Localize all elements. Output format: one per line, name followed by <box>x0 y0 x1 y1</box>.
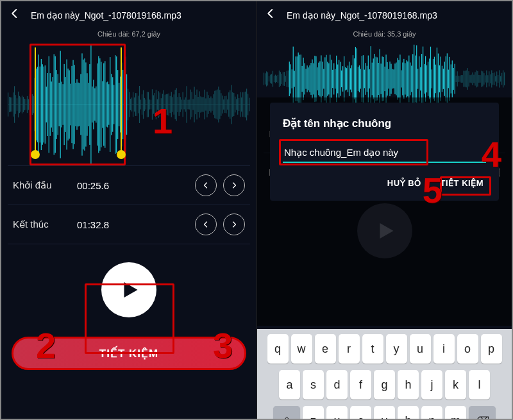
svg-rect-209 <box>287 71 287 87</box>
svg-rect-52 <box>72 60 73 149</box>
key-a[interactable]: a <box>279 370 300 399</box>
svg-rect-9 <box>18 92 19 117</box>
svg-rect-229 <box>312 60 312 99</box>
dialog-save-button[interactable]: TIẾT KIỆM <box>438 174 486 192</box>
svg-rect-103 <box>138 96 139 113</box>
end-handle-line[interactable] <box>121 47 122 151</box>
key-i[interactable]: i <box>433 334 455 364</box>
svg-rect-251 <box>340 62 341 96</box>
svg-rect-109 <box>146 99 146 109</box>
key-o[interactable]: o <box>457 334 478 364</box>
waveform-area[interactable]: 1 <box>1 44 256 165</box>
svg-rect-308 <box>412 54 413 103</box>
svg-rect-307 <box>411 65 412 92</box>
svg-rect-367 <box>487 75 488 82</box>
key-shift[interactable]: ⇧ <box>273 406 300 419</box>
svg-rect-83 <box>112 77 113 131</box>
start-handle-dot[interactable] <box>31 150 40 159</box>
svg-rect-178 <box>233 93 234 116</box>
svg-rect-91 <box>122 70 123 139</box>
key-g[interactable]: g <box>374 370 395 399</box>
svg-rect-73 <box>99 58 100 151</box>
key-b[interactable]: b <box>398 406 419 419</box>
key-n[interactable]: n <box>421 406 442 419</box>
svg-rect-324 <box>433 59 433 99</box>
svg-rect-260 <box>351 65 352 92</box>
svg-rect-239 <box>324 57 325 100</box>
start-handle-line[interactable] <box>35 47 36 151</box>
key-y[interactable]: y <box>386 334 407 364</box>
key-p[interactable]: p <box>481 334 502 364</box>
back-icon[interactable] <box>9 8 21 22</box>
key-d[interactable]: d <box>326 370 348 399</box>
svg-rect-290 <box>389 62 390 96</box>
svg-rect-48 <box>68 69 69 140</box>
svg-rect-87 <box>117 70 118 139</box>
key-c[interactable]: c <box>350 406 371 419</box>
svg-rect-345 <box>460 76 460 81</box>
key-m[interactable]: m <box>445 406 466 419</box>
svg-rect-112 <box>149 99 150 109</box>
svg-rect-133 <box>176 88 177 121</box>
svg-rect-335 <box>447 53 448 104</box>
svg-rect-38 <box>55 56 56 153</box>
svg-rect-238 <box>323 69 324 89</box>
key-h[interactable]: h <box>398 370 419 399</box>
key-l[interactable]: l <box>469 370 490 399</box>
svg-rect-347 <box>462 75 463 83</box>
svg-rect-365 <box>485 75 485 82</box>
svg-rect-100 <box>134 97 135 112</box>
svg-rect-267 <box>360 69 361 89</box>
key-j[interactable]: j <box>421 370 442 399</box>
end-handle-dot[interactable] <box>117 150 126 159</box>
svg-rect-127 <box>169 94 169 116</box>
key-z[interactable]: z <box>303 406 324 419</box>
key-v[interactable]: v <box>374 406 395 419</box>
svg-rect-81 <box>110 57 110 152</box>
svg-rect-355 <box>472 72 473 85</box>
start-prev-button[interactable] <box>195 174 217 196</box>
svg-rect-227 <box>309 65 310 92</box>
svg-rect-65 <box>89 64 90 145</box>
svg-rect-379 <box>503 71 503 88</box>
svg-rect-259 <box>350 68 351 89</box>
key-q[interactable]: q <box>267 334 289 364</box>
svg-rect-43 <box>62 81 62 127</box>
svg-rect-164 <box>215 90 216 119</box>
dialog-cancel-button[interactable]: HUỶ BỎ <box>385 174 424 192</box>
key-w[interactable]: w <box>291 334 312 364</box>
end-next-button[interactable] <box>223 214 245 235</box>
svg-rect-34 <box>50 73 51 136</box>
svg-rect-288 <box>387 62 387 96</box>
key-f[interactable]: f <box>350 370 371 399</box>
key-x[interactable]: x <box>326 406 348 419</box>
svg-rect-341 <box>455 64 455 94</box>
svg-rect-144 <box>190 90 190 120</box>
svg-rect-210 <box>288 71 289 87</box>
right-screen: Em dạo này_Ngot_-1078019168.mp3 Chiều dà… <box>256 1 512 419</box>
svg-rect-30 <box>45 65 46 144</box>
svg-rect-299 <box>401 71 401 88</box>
svg-rect-295 <box>396 62 396 95</box>
file-title: Em dạo này_Ngot_-1078019168.mp3 <box>287 10 437 21</box>
end-prev-button[interactable] <box>195 214 217 235</box>
key-backspace[interactable]: ⌫ <box>469 406 496 419</box>
svg-rect-354 <box>471 74 471 83</box>
svg-rect-24 <box>37 67 38 142</box>
start-label: Khởi đầu <box>13 180 77 191</box>
svg-rect-216 <box>296 56 296 101</box>
back-icon[interactable] <box>265 8 276 22</box>
key-u[interactable]: u <box>410 334 431 364</box>
key-r[interactable]: r <box>339 334 360 364</box>
svg-rect-362 <box>481 71 482 87</box>
svg-rect-338 <box>451 64 451 93</box>
svg-rect-97 <box>130 99 131 110</box>
key-e[interactable]: e <box>315 334 336 364</box>
ringtone-name-input[interactable] <box>283 143 486 163</box>
key-t[interactable]: t <box>362 334 383 364</box>
key-s[interactable]: s <box>303 370 324 399</box>
key-k[interactable]: k <box>445 370 466 399</box>
svg-rect-283 <box>381 63 382 94</box>
start-next-button[interactable] <box>223 174 245 196</box>
svg-rect-205 <box>282 74 282 84</box>
